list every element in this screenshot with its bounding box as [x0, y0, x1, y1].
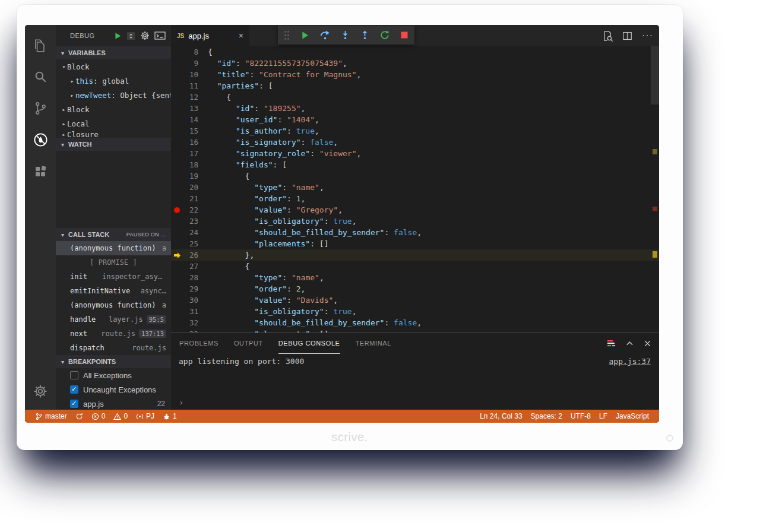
breakpoint-gutter[interactable] [171, 125, 183, 137]
stop-button[interactable] [400, 31, 408, 39]
open-launch-config-icon[interactable] [140, 31, 150, 40]
breakpoint-gutter[interactable] [171, 216, 183, 227]
stack-frame[interactable]: emitInitNativeasync… [56, 284, 171, 298]
breakpoint-gutter[interactable] [171, 91, 183, 103]
stack-frame[interactable]: (anonymous function)a [56, 298, 171, 312]
breakpoint-gutter[interactable] [171, 170, 183, 182]
status-sync[interactable] [71, 410, 87, 423]
debug-console[interactable]: app listening on port: 3000 app.js:37 [171, 357, 659, 413]
breakpoint-gutter[interactable] [171, 69, 183, 80]
variable-row[interactable]: this: global [56, 74, 171, 88]
console-filter-icon[interactable] [607, 340, 616, 348]
variable-row[interactable]: newTweet: Object {sent_ [56, 88, 171, 102]
breakpoint-gutter[interactable] [171, 272, 183, 283]
close-panel-icon[interactable] [643, 339, 652, 348]
breakpoint-gutter[interactable] [171, 137, 183, 148]
activity-item-extensions[interactable] [25, 157, 56, 188]
split-editor-icon[interactable] [622, 31, 632, 41]
breakpoint-row[interactable]: All Exceptions [56, 368, 171, 382]
breakpoint-gutter[interactable] [171, 317, 183, 328]
async-separator[interactable]: [ PROMISE ] [56, 255, 171, 270]
stack-frame[interactable]: nextroute.js137:13 [56, 327, 171, 341]
stack-frame[interactable]: dispatchroute.js [56, 341, 171, 355]
breakpoint-gutter[interactable] [171, 306, 183, 317]
code-text: { [198, 46, 213, 58]
scope-label: Block [67, 105, 90, 114]
watch-section-header[interactable]: WATCH [56, 138, 171, 151]
restart-button[interactable] [380, 30, 390, 40]
current-line-arrow[interactable] [171, 249, 183, 261]
breakpoint-gutter[interactable] [171, 294, 183, 306]
variable-row[interactable]: Block [56, 59, 171, 74]
variable-row[interactable]: Closure [56, 131, 171, 138]
breakpoint-row[interactable]: Uncaught Exceptions [56, 382, 171, 397]
breakpoint-gutter[interactable] [171, 227, 183, 238]
maximize-panel-icon[interactable] [625, 339, 634, 348]
start-debugging-icon[interactable] [114, 32, 122, 40]
breakpoint-gutter[interactable] [171, 103, 183, 114]
continue-button[interactable] [300, 31, 309, 40]
status-language[interactable]: JavaScript [612, 410, 653, 423]
breakpoint-gutter[interactable] [171, 114, 183, 125]
activity-item-source-control[interactable] [25, 94, 56, 125]
open-find-icon[interactable] [601, 30, 613, 42]
breakpoint-gutter[interactable] [171, 148, 183, 159]
console-input-prompt[interactable]: › [179, 398, 183, 407]
more-actions-icon[interactable]: ··· [642, 30, 653, 41]
breakpoint-row[interactable]: app.js22 [56, 397, 171, 410]
step-into-button[interactable] [341, 30, 350, 40]
panel-tab-terminal[interactable]: TERMINAL [356, 333, 391, 354]
breakpoint-checkbox[interactable] [70, 400, 78, 408]
overview-ruler[interactable] [651, 46, 659, 332]
step-over-button[interactable] [320, 30, 330, 40]
activity-item-explorer[interactable] [25, 31, 56, 62]
variable-row[interactable]: Block [56, 102, 171, 116]
code-editor[interactable]: 8{9 "id": "8222115557375075439",10 "titl… [171, 46, 659, 332]
stack-frame[interactable]: handlelayer.js95:5 [56, 312, 171, 327]
frame-function: (anonymous function) [70, 301, 156, 309]
call-stack-section-header[interactable]: CALL STACK PAUSED ON … [56, 228, 171, 241]
breakpoint-gutter[interactable] [171, 159, 183, 170]
breakpoint-gutter[interactable] [171, 58, 183, 69]
breakpoint-gutter[interactable] [171, 328, 183, 332]
breakpoint-checkbox[interactable] [70, 371, 78, 379]
status-debug-count[interactable]: 1 [159, 410, 181, 423]
stack-frame[interactable]: (anonymous function)a [56, 241, 171, 255]
status-errors[interactable]: 0 [87, 410, 110, 423]
breakpoint-gutter[interactable] [171, 193, 183, 204]
breakpoint-checkbox[interactable] [70, 385, 78, 394]
breakpoint-dot[interactable] [171, 204, 183, 216]
scrollbar-thumb[interactable] [651, 46, 659, 104]
variables-section-header[interactable]: VARIABLES [56, 46, 171, 59]
status-branch[interactable]: master [31, 410, 71, 423]
toolbar-grip[interactable] [284, 30, 290, 40]
breakpoint-gutter[interactable] [171, 238, 183, 249]
status-eol[interactable]: LF [595, 410, 612, 423]
status-ports[interactable]: PJ [132, 410, 159, 423]
debug-config-select-icon[interactable] [126, 31, 135, 41]
status-cursor-position[interactable]: Ln 24, Col 33 [476, 410, 526, 423]
panel-tab-debug-console[interactable]: DEBUG CONSOLE [278, 333, 340, 354]
toggle-debug-console-icon[interactable] [154, 31, 166, 40]
breakpoints-section-header[interactable]: BREAKPOINTS [56, 355, 171, 368]
code-text: "type": "name", [198, 272, 324, 283]
status-indentation[interactable]: Spaces: 2 [527, 410, 566, 423]
tab-app-js[interactable]: JS app.js [171, 25, 249, 46]
panel-tab-output[interactable]: OUTPUT [234, 333, 263, 354]
settings-gear-icon[interactable] [25, 378, 56, 405]
step-out-button[interactable] [360, 30, 369, 40]
activity-item-debug[interactable] [25, 125, 56, 157]
variable-row[interactable]: Local [56, 116, 171, 131]
activity-item-search[interactable] [25, 62, 56, 94]
stack-frame[interactable]: initinspector_async_… [56, 270, 171, 284]
status-encoding[interactable]: UTF-8 [566, 410, 595, 423]
breakpoint-gutter[interactable] [171, 182, 183, 193]
console-source-link[interactable]: app.js:37 [609, 357, 651, 366]
breakpoint-gutter[interactable] [171, 261, 183, 272]
status-warnings[interactable]: 0 [109, 410, 132, 423]
close-tab-icon[interactable] [239, 31, 243, 40]
panel-tab-problems[interactable]: PROBLEMS [179, 333, 218, 354]
breakpoint-gutter[interactable] [171, 80, 183, 91]
breakpoint-gutter[interactable] [171, 46, 183, 58]
breakpoint-gutter[interactable] [171, 283, 183, 294]
